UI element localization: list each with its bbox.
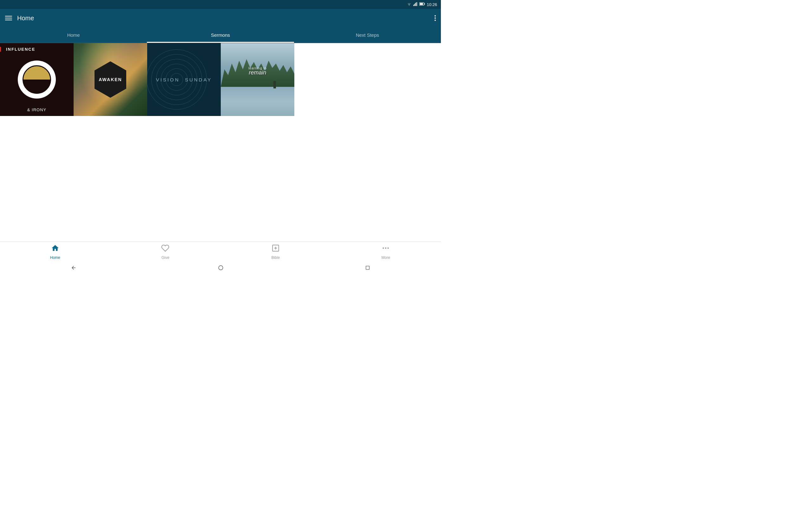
sermon-card-influence[interactable]: INFLUENCE & IRONY <box>0 43 73 116</box>
bottom-nav: Home Give Bible More <box>0 241 441 262</box>
battery-icon <box>419 2 425 7</box>
nav-more-label: More <box>382 256 390 260</box>
system-nav-bar <box>0 262 441 275</box>
svg-rect-6 <box>420 3 423 5</box>
sermon-card-vision[interactable]: VISION SUNDAY <box>147 43 221 116</box>
nav-more[interactable]: More <box>331 244 441 260</box>
svg-rect-15 <box>366 266 369 270</box>
more-dots-icon <box>382 244 390 254</box>
vision-title: VISION SUNDAY <box>156 77 212 82</box>
signal-icon <box>413 2 418 7</box>
nav-bible[interactable]: Bible <box>220 244 331 260</box>
remain-reflection <box>221 87 294 116</box>
app-bar-left: Home <box>5 14 34 22</box>
menu-button[interactable] <box>5 16 12 20</box>
content-area: INFLUENCE & IRONY AWAKEN VISI <box>0 43 441 241</box>
recents-button[interactable] <box>365 265 370 272</box>
tab-home[interactable]: Home <box>0 27 147 43</box>
page-title: Home <box>17 14 34 22</box>
remain-title: remain <box>249 69 266 76</box>
wifi-icon <box>407 2 412 7</box>
svg-point-14 <box>218 266 223 270</box>
sermon-card-awaken[interactable]: AWAKEN <box>73 43 147 116</box>
card-influence-title: INFLUENCE <box>0 47 35 52</box>
svg-rect-7 <box>424 3 425 5</box>
card-influence-logo <box>18 60 56 99</box>
nav-give[interactable]: Give <box>110 244 221 260</box>
sermon-card-remain[interactable]: learning to remain <box>221 43 294 116</box>
more-vert-button[interactable] <box>435 15 436 21</box>
nav-home-label: Home <box>50 256 60 260</box>
svg-rect-3 <box>416 2 417 6</box>
give-icon <box>161 244 169 254</box>
nav-bible-label: Bible <box>271 256 280 260</box>
tab-sermons[interactable]: Sermons <box>147 27 294 43</box>
svg-rect-1 <box>414 4 415 6</box>
home-circle-button[interactable] <box>218 265 223 272</box>
status-icons: 10:26 <box>407 2 437 7</box>
status-bar: 10:26 <box>0 0 441 9</box>
svg-point-13 <box>388 247 389 248</box>
awaken-title: AWAKEN <box>99 77 122 82</box>
tab-nextsteps[interactable]: Next Steps <box>294 27 441 43</box>
card-influence-circle-inner <box>22 65 51 94</box>
app-bar: Home <box>0 9 441 27</box>
back-button[interactable] <box>71 265 77 272</box>
nav-home[interactable]: Home <box>0 244 110 260</box>
sermon-cards-row: INFLUENCE & IRONY AWAKEN VISI <box>0 43 441 116</box>
svg-point-12 <box>385 247 386 248</box>
svg-rect-2 <box>415 3 416 6</box>
card-influence-subtitle: & IRONY <box>27 107 46 112</box>
svg-point-11 <box>383 247 384 248</box>
svg-rect-0 <box>413 5 414 6</box>
tab-bar: Home Sermons Next Steps <box>0 27 441 43</box>
bible-icon <box>271 244 280 254</box>
status-time: 10:26 <box>426 2 437 7</box>
svg-rect-4 <box>417 2 418 6</box>
nav-give-label: Give <box>161 256 169 260</box>
remain-figure <box>273 81 276 89</box>
home-icon <box>51 244 59 254</box>
